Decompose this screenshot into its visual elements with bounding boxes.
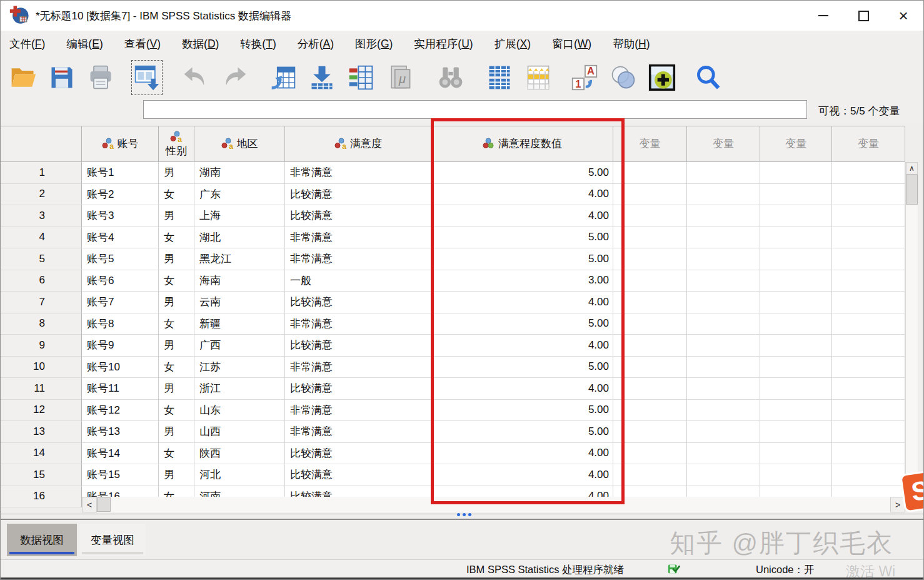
cell-editor-input[interactable]	[143, 100, 807, 119]
data-cell-region[interactable]: 新疆	[194, 313, 285, 335]
empty-cell[interactable]	[687, 162, 760, 184]
data-cell-gender[interactable]: 女	[159, 184, 194, 206]
row-number-cell[interactable]: 15	[1, 464, 82, 486]
menu-item-data[interactable]: 数据(D)	[171, 36, 229, 51]
data-cell-account[interactable]: 账号3	[82, 205, 159, 227]
empty-cell[interactable]	[832, 443, 905, 465]
row-number-cell[interactable]: 6	[1, 270, 82, 292]
empty-cell[interactable]	[832, 421, 905, 443]
data-cell-value[interactable]: 5.00	[432, 248, 613, 270]
data-cell-value[interactable]: 5.00	[432, 400, 613, 422]
empty-cell[interactable]	[687, 292, 760, 313]
data-cell-account[interactable]: 账号6	[82, 270, 159, 292]
data-cell-satisfaction[interactable]: 非常满意	[285, 248, 432, 270]
data-cell-satisfaction[interactable]: 比较满意	[285, 335, 432, 357]
menu-item-utilities[interactable]: 实用程序(U)	[403, 36, 483, 51]
empty-cell[interactable]	[760, 378, 832, 400]
empty-cell[interactable]	[687, 313, 760, 335]
undo-icon[interactable]	[181, 61, 211, 94]
data-cell-account[interactable]: 账号4	[82, 227, 159, 249]
menu-item-transform[interactable]: 转换(T)	[229, 36, 286, 51]
data-cell-region[interactable]: 广东	[194, 184, 285, 206]
data-cell-gender[interactable]: 男	[159, 335, 194, 357]
search-icon[interactable]	[693, 61, 723, 94]
empty-cell[interactable]	[832, 248, 905, 270]
data-cell-satisfaction[interactable]: 比较满意	[285, 378, 432, 400]
empty-cell[interactable]	[760, 357, 832, 379]
horizontal-scrollbar[interactable]: < >	[82, 497, 905, 512]
data-cell-gender[interactable]: 女	[159, 227, 194, 249]
empty-cell[interactable]	[760, 443, 832, 465]
data-cell-account[interactable]: 账号13	[82, 421, 159, 443]
empty-cell[interactable]	[760, 205, 832, 227]
empty-cell[interactable]	[613, 162, 687, 184]
goto-variable-icon[interactable]	[307, 61, 337, 94]
data-cell-gender[interactable]: 男	[159, 162, 194, 184]
data-cell-satisfaction[interactable]: 比较满意	[285, 464, 432, 486]
data-cell-value[interactable]: 4.00	[432, 464, 613, 486]
empty-cell[interactable]	[832, 378, 905, 400]
data-cell-value[interactable]: 5.00	[432, 357, 613, 379]
recall-dialogs-icon[interactable]	[132, 61, 162, 94]
empty-cell[interactable]	[613, 400, 687, 422]
data-cell-satisfaction[interactable]: 非常满意	[285, 227, 432, 249]
menu-item-graphs[interactable]: 图形(G)	[344, 36, 403, 51]
empty-cell[interactable]	[687, 443, 760, 465]
row-number-cell[interactable]: 12	[1, 400, 82, 422]
data-cell-gender[interactable]: 男	[159, 464, 194, 486]
data-cell-value[interactable]: 4.00	[432, 378, 613, 400]
empty-cell[interactable]	[687, 357, 760, 379]
data-cell-gender[interactable]: 女	[159, 270, 194, 292]
goto-case-icon[interactable]	[268, 61, 298, 94]
data-cell-region[interactable]: 山东	[194, 400, 285, 422]
corner-header-cell[interactable]	[1, 126, 82, 162]
cell-reference-area[interactable]	[1, 98, 142, 123]
data-cell-region[interactable]: 陕西	[194, 443, 285, 465]
empty-cell[interactable]	[760, 248, 832, 270]
row-number-cell[interactable]: 5	[1, 248, 82, 270]
data-cell-account[interactable]: 账号1	[82, 162, 159, 184]
data-cell-gender[interactable]: 男	[159, 378, 194, 400]
empty-cell[interactable]	[832, 357, 905, 379]
data-cell-satisfaction[interactable]: 非常满意	[285, 421, 432, 443]
vertical-scrollbar[interactable]: ∧ ∨	[905, 162, 918, 510]
data-cell-gender[interactable]: 男	[159, 292, 194, 313]
show-all-variables-icon[interactable]	[647, 61, 677, 94]
empty-cell[interactable]	[687, 335, 760, 357]
insert-variable-icon[interactable]: μ	[384, 61, 414, 94]
menu-item-analyze[interactable]: 分析(A)	[287, 36, 344, 51]
empty-cell[interactable]	[687, 227, 760, 249]
menu-item-help[interactable]: 帮助(H)	[602, 36, 660, 51]
data-cell-account[interactable]: 账号5	[82, 248, 159, 270]
empty-cell[interactable]	[613, 378, 687, 400]
tab-data-view[interactable]: 数据视图	[7, 524, 77, 556]
data-cell-satisfaction[interactable]: 非常满意	[285, 357, 432, 379]
empty-cell[interactable]	[832, 270, 905, 292]
empty-cell[interactable]	[760, 184, 832, 206]
data-cell-satisfaction[interactable]: 比较满意	[285, 184, 432, 206]
empty-cell[interactable]	[760, 400, 832, 422]
row-number-cell[interactable]: 7	[1, 292, 82, 313]
empty-cell[interactable]	[613, 357, 687, 379]
data-cell-region[interactable]: 广西	[194, 335, 285, 357]
data-cell-value[interactable]: 5.00	[432, 313, 613, 335]
data-cell-value[interactable]: 4.00	[432, 205, 613, 227]
empty-cell[interactable]	[613, 421, 687, 443]
data-cell-satisfaction[interactable]: 非常满意	[285, 313, 432, 335]
save-icon[interactable]	[47, 61, 77, 94]
row-number-cell[interactable]: 3	[1, 205, 82, 227]
column-header-region[interactable]: a地区	[194, 126, 285, 162]
use-variable-sets-icon[interactable]	[608, 61, 638, 94]
minimize-icon[interactable]	[803, 1, 843, 31]
right-pane-splitter[interactable]	[918, 123, 924, 519]
empty-cell[interactable]	[760, 464, 832, 486]
redo-icon[interactable]	[219, 61, 249, 94]
column-header-satisfaction[interactable]: a满意度	[285, 126, 432, 162]
empty-cell[interactable]	[687, 378, 760, 400]
data-cell-gender[interactable]: 女	[159, 313, 194, 335]
data-cell-account[interactable]: 账号11	[82, 378, 159, 400]
data-cell-account[interactable]: 账号9	[82, 335, 159, 357]
empty-cell[interactable]	[613, 270, 687, 292]
splitter-dots-horizontal[interactable]	[457, 513, 460, 516]
empty-cell[interactable]	[832, 227, 905, 249]
